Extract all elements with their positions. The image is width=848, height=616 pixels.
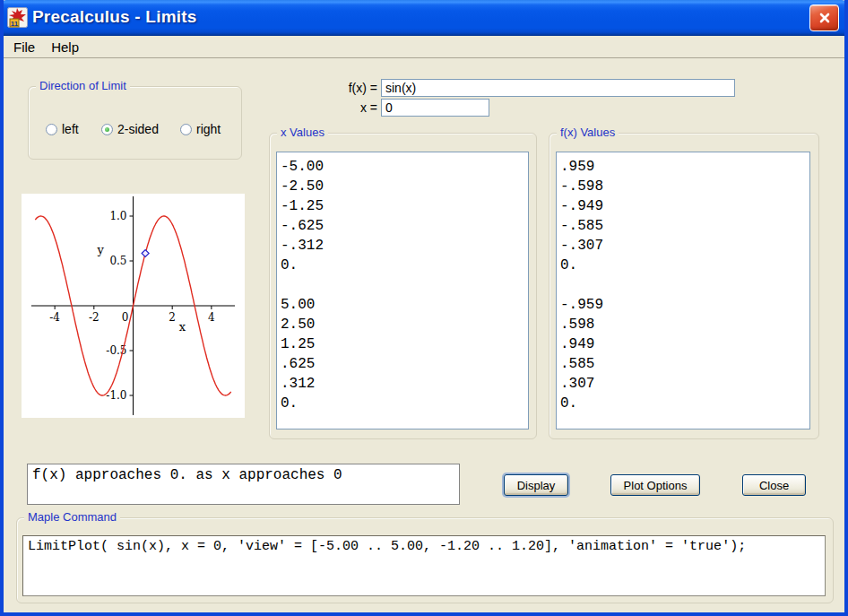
list-item: .959: [560, 157, 806, 177]
list-item: .625: [281, 354, 524, 374]
maple-command-group: Maple Command LimitPlot( sin(x), x = 0, …: [16, 517, 834, 603]
list-item: 0.: [281, 256, 524, 275]
x-values-legend: x Values: [277, 126, 328, 139]
list-item: -2.50: [281, 177, 524, 196]
x-tick-label: 2: [169, 311, 176, 324]
fx-values-group: f(x) Values .959-.598-.949-.585-.3070. -…: [549, 133, 819, 439]
list-item: 0.: [281, 394, 524, 413]
list-item: 5.00: [281, 295, 524, 315]
icon-version-badge: 11: [11, 20, 19, 28]
list-item: .598: [560, 315, 806, 334]
x-values-list[interactable]: -5.00-2.50-1.25-.625-.3120. 5.002.501.25…: [276, 152, 529, 429]
fx-input[interactable]: [381, 79, 735, 97]
list-item: 1.25: [281, 334, 524, 354]
menu-item-help[interactable]: Help: [43, 38, 87, 56]
x-tick-label: 4: [208, 311, 215, 324]
title-bar: 11 Precalculus - Limits: [0, 0, 848, 36]
menu-item-file[interactable]: File: [5, 38, 43, 56]
x-axis-label: x: [179, 320, 186, 334]
radio-button-icon: [180, 124, 192, 135]
radio-left-label: left: [62, 122, 79, 136]
precalculus-limits-window: 11 Precalculus - Limits File Help Direct…: [0, 0, 848, 616]
direction-of-limit-group: Direction of Limit left 2-sided right: [28, 86, 242, 160]
menu-bar: File Help: [4, 36, 844, 58]
list-item: .312: [281, 374, 524, 394]
radio-2-sided[interactable]: 2-sided: [101, 122, 159, 136]
radio-left[interactable]: left: [46, 122, 79, 136]
list-item: -.598: [560, 177, 806, 196]
animation-point-marker: [142, 250, 149, 257]
list-item: .307: [560, 374, 806, 394]
list-item: -.312: [281, 236, 524, 256]
list-item: -1.25: [281, 196, 524, 216]
window-title: Precalculus - Limits: [32, 7, 197, 27]
list-item: 0.: [560, 394, 806, 413]
list-item: -.625: [281, 216, 524, 236]
limit-plot-panel: -4-2241.00.5-0.5-1.00xy: [22, 194, 245, 418]
list-item: -5.00: [281, 157, 524, 177]
radio-button-icon: [101, 124, 113, 135]
direction-of-limit-legend: Direction of Limit: [36, 79, 130, 92]
radio-2-sided-label: 2-sided: [117, 122, 159, 136]
list-item: -.949: [560, 196, 806, 216]
fx-values-legend: f(x) Values: [557, 126, 619, 139]
y-tick-label: 1.0: [109, 210, 126, 222]
fx-field-label: f(x) =: [316, 81, 377, 95]
dialog-content: Direction of Limit left 2-sided right f(…: [4, 59, 844, 612]
plot-options-button[interactable]: Plot Options: [610, 474, 700, 496]
close-window-button[interactable]: [809, 4, 839, 31]
x-tick-label: -4: [49, 311, 60, 324]
sine-plot: -4-2241.00.5-0.5-1.00xy: [22, 194, 245, 418]
origin-label: 0: [122, 311, 129, 324]
limit-result-textbox[interactable]: f(x) approaches 0. as x approaches 0: [27, 464, 460, 505]
list-item: -.959: [560, 295, 806, 315]
display-button[interactable]: Display: [504, 474, 568, 496]
radio-right[interactable]: right: [180, 122, 221, 136]
radio-right-label: right: [196, 122, 221, 136]
maple-command-textbox[interactable]: LimitPlot( sin(x), x = 0, 'view' = [-5.0…: [22, 535, 826, 596]
list-item: [281, 275, 524, 295]
y-tick-label: 0.5: [109, 255, 126, 267]
list-item: -.307: [560, 236, 806, 256]
close-dialog-button[interactable]: Close: [742, 474, 806, 496]
x-input[interactable]: [381, 99, 489, 117]
list-item: 0.: [560, 256, 806, 275]
list-item: 2.50: [281, 315, 524, 334]
radio-button-icon: [46, 124, 57, 135]
x-values-group: x Values -5.00-2.50-1.25-.625-.3120. 5.0…: [269, 133, 537, 439]
list-item: .585: [560, 354, 806, 374]
x-tick-label: -2: [89, 311, 100, 324]
close-icon: [818, 12, 831, 24]
maple-command-legend: Maple Command: [24, 510, 120, 524]
y-axis-label: y: [97, 243, 105, 256]
x-field-label: x =: [316, 100, 377, 115]
maple-app-icon: 11: [7, 7, 28, 28]
list-item: -.585: [560, 216, 806, 236]
list-item: .949: [560, 334, 806, 354]
fx-values-list[interactable]: .959-.598-.949-.585-.3070. -.959.598.949…: [556, 152, 810, 429]
list-item: [560, 275, 806, 295]
